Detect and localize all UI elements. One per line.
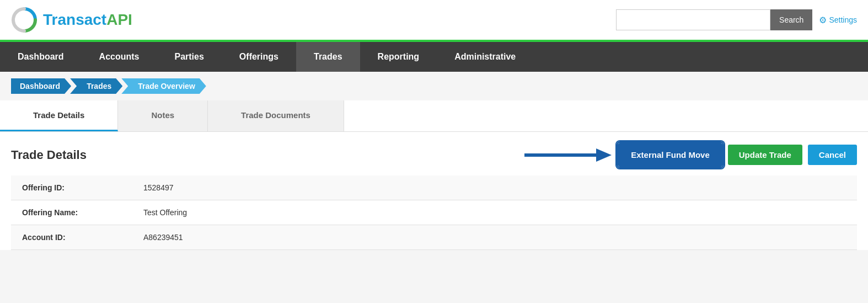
search-input[interactable] (616, 9, 770, 30)
logo-text: TransactAPI (43, 11, 132, 29)
tab-trade-details[interactable]: Trade Details (0, 100, 118, 131)
svg-marker-2 (596, 148, 612, 162)
nav-item-parties[interactable]: Parties (157, 42, 221, 72)
field-value-account-id: A86239451 (132, 225, 857, 250)
breadcrumb: Dashboard Trades Trade Overview (0, 72, 868, 100)
search-button[interactable]: Search (770, 9, 812, 30)
nav-item-reporting[interactable]: Reporting (360, 42, 437, 72)
action-buttons: External Fund Move Update Trade Cancel (524, 143, 857, 167)
breadcrumb-trade-overview[interactable]: Trade Overview (121, 78, 206, 94)
field-value-offering-id: 1528497 (132, 176, 857, 200)
breadcrumb-trades[interactable]: Trades (70, 78, 122, 94)
page-header: TransactAPI Search ⚙ Settings (0, 0, 868, 42)
gear-icon: ⚙ (819, 15, 827, 25)
trade-details-section: Trade Details External Fund Move Update … (0, 132, 868, 250)
search-box: Search (616, 9, 812, 30)
main-content: Trade Details External Fund Move Update … (0, 132, 868, 250)
nav-item-trades[interactable]: Trades (296, 42, 360, 72)
breadcrumb-dashboard[interactable]: Dashboard (11, 78, 71, 94)
cancel-button[interactable]: Cancel (808, 145, 857, 165)
logo: TransactAPI (11, 7, 132, 33)
nav-item-administrative[interactable]: Administrative (437, 42, 533, 72)
table-row: Account ID: A86239451 (11, 225, 857, 250)
field-label-offering-id: Offering ID: (11, 176, 132, 200)
section-header: Trade Details External Fund Move Update … (11, 143, 857, 167)
nav-item-dashboard[interactable]: Dashboard (0, 42, 82, 72)
logo-icon (11, 7, 37, 33)
settings-link[interactable]: ⚙ Settings (819, 15, 857, 25)
settings-label: Settings (829, 15, 857, 24)
table-row: Offering ID: 1528497 (11, 176, 857, 200)
external-fund-move-button[interactable]: External Fund Move (618, 143, 722, 167)
header-right: Search ⚙ Settings (616, 9, 857, 30)
field-label-account-id: Account ID: (11, 225, 132, 250)
field-value-offering-name: Test Offering (132, 200, 857, 225)
arrow-annotation (524, 144, 613, 166)
nav-item-offerings[interactable]: Offerings (222, 42, 296, 72)
nav-bar: Dashboard Accounts Parties Offerings Tra… (0, 42, 868, 72)
tab-notes[interactable]: Notes (118, 100, 208, 131)
logo-transact: Transact (43, 11, 106, 28)
logo-api: API (106, 11, 132, 28)
update-trade-button[interactable]: Update Trade (728, 145, 802, 165)
trade-details-table: Offering ID: 1528497 Offering Name: Test… (11, 176, 857, 250)
tab-trade-documents[interactable]: Trade Documents (208, 100, 344, 131)
field-label-offering-name: Offering Name: (11, 200, 132, 225)
tabs-container: Trade Details Notes Trade Documents (0, 100, 868, 132)
table-row: Offering Name: Test Offering (11, 200, 857, 225)
section-title: Trade Details (11, 148, 87, 162)
nav-item-accounts[interactable]: Accounts (82, 42, 157, 72)
